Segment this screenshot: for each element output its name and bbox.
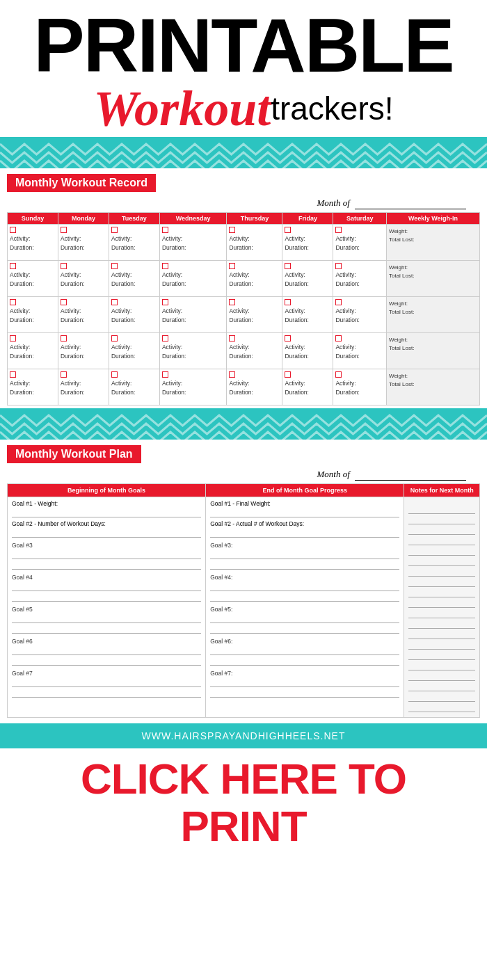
goal4-end-label: Goal #4: [210,574,399,581]
note-line-15 [408,652,475,660]
cell-thu-5: Activity:Duration: [227,369,282,405]
checkbox[interactable] [285,299,291,305]
checkbox[interactable] [61,227,67,233]
cell-fri-5: Activity:Duration: [282,369,333,405]
checkbox[interactable] [162,227,168,233]
checkbox[interactable] [111,227,118,233]
goal4-line-2 [12,593,201,602]
cell-fri-3: Activity:Duration: [282,297,333,333]
col-tuesday: Tuesday [109,213,159,225]
cell-mon-2: Activity:Duration: [58,261,109,297]
checkbox[interactable] [111,371,118,378]
cell-mon-3: Activity:Duration: [58,297,109,333]
goal2-end-line [210,529,399,538]
table-row: Activity:Duration: Activity:Duration: Ac… [8,225,480,261]
goal3-end-line-2 [210,561,399,570]
cell-tue-3: Activity:Duration: [109,297,159,333]
checkbox[interactable] [162,299,168,305]
cell-wed-3: Activity:Duration: [159,297,226,333]
goal3-line-1 [12,551,201,559]
cell-sat-1: Activity:Duration: [333,225,387,261]
checkbox[interactable] [10,227,16,233]
checkbox[interactable] [335,263,342,269]
checkbox[interactable] [229,299,235,305]
col-saturday: Saturday [333,213,387,225]
col-beginning-goals: Beginning of Month Goals [8,484,206,497]
table-row: Activity:Duration: Activity:Duration: Ac… [8,261,480,297]
checkbox[interactable] [111,299,118,305]
checkbox[interactable] [10,263,16,269]
checkbox[interactable] [162,335,168,342]
cell-thu-4: Activity:Duration: [227,333,282,369]
goal5-end-label: Goal #5: [210,606,399,613]
checkbox[interactable] [229,263,235,269]
checkbox[interactable] [285,335,291,342]
note-line-6 [408,558,475,566]
checkbox[interactable] [111,335,118,342]
note-line-8 [408,579,475,587]
checkbox[interactable] [111,263,118,269]
note-line-1 [408,506,475,514]
checkbox[interactable] [10,335,16,342]
end-goals-cell: Goal #1 - Final Weight: Goal #2 - Actual… [206,497,404,718]
checkbox[interactable] [162,371,168,378]
cell-wed-5: Activity:Duration: [159,369,226,405]
cell-sun-5: Activity:Duration: [8,369,58,405]
col-weekly: Weekly Weigh-In [386,213,479,225]
checkbox[interactable] [285,371,291,378]
table-row: Activity:Duration: Activity:Duration: Ac… [8,369,480,405]
checkbox[interactable] [285,227,291,233]
checkbox[interactable] [335,371,342,378]
goal7-start-label: Goal #7 [12,670,201,677]
note-line-10 [408,600,475,608]
cell-weekly-4: Weight:Total Lost: [386,333,479,369]
note-line-20 [408,704,475,712]
click-text: CLICK HERE TO PRINT [81,755,406,850]
goal7-start-row: Goal #7 [12,670,201,698]
checkbox[interactable] [335,335,342,342]
plan-goals-table: Beginning of Month Goals End of Month Go… [7,483,480,718]
cell-sun-2: Activity:Duration: [8,261,58,297]
goal1-start-row: Goal #1 - Weight: [12,500,201,517]
goal7-end-line-2 [210,689,399,698]
section1-label-container: Monthly Workout Record [0,168,487,195]
checkbox[interactable] [229,371,235,378]
checkbox[interactable] [335,299,342,305]
checkbox[interactable] [61,263,67,269]
checkbox[interactable] [229,335,235,342]
workout-trackers-row: Workout trackers! [14,83,473,134]
click-to-print[interactable]: CLICK HERE TO PRINT [0,748,487,857]
cell-mon-1: Activity:Duration: [58,225,109,261]
cell-thu-3: Activity:Duration: [227,297,282,333]
cell-mon-4: Activity:Duration: [58,333,109,369]
checkbox[interactable] [61,299,67,305]
col-end-goals: End of Month Goal Progress [206,484,404,497]
goal3-end-label: Goal #3: [210,542,399,549]
goal6-end-line-1 [210,647,399,655]
cell-tue-2: Activity:Duration: [109,261,159,297]
note-line-9 [408,589,475,597]
goal3-start-row: Goal #3 [12,542,201,570]
workout-label: Workout [93,83,271,134]
cell-weekly-1: Weight:Total Lost: [386,225,479,261]
cell-wed-2: Activity:Duration: [159,261,226,297]
goal4-start-label: Goal #4 [12,574,201,581]
goal2-start-row: Goal #2 - Number of Workout Days: [12,520,201,538]
note-line-3 [408,527,475,535]
col-thursday: Thursday [227,213,282,225]
cell-wed-1: Activity:Duration: [159,225,226,261]
checkbox[interactable] [61,335,67,342]
goal7-end-line-1 [210,679,399,687]
note-line-11 [408,610,475,618]
checkbox[interactable] [10,299,16,305]
checkbox[interactable] [285,263,291,269]
checkbox[interactable] [61,371,67,378]
note-line-5 [408,547,475,556]
checkbox[interactable] [10,371,16,378]
checkbox[interactable] [335,227,342,233]
cell-fri-4: Activity:Duration: [282,333,333,369]
trackers-label: trackers! [271,93,393,124]
checkbox[interactable] [229,227,235,233]
checkbox[interactable] [162,263,168,269]
note-line-16 [408,662,475,670]
